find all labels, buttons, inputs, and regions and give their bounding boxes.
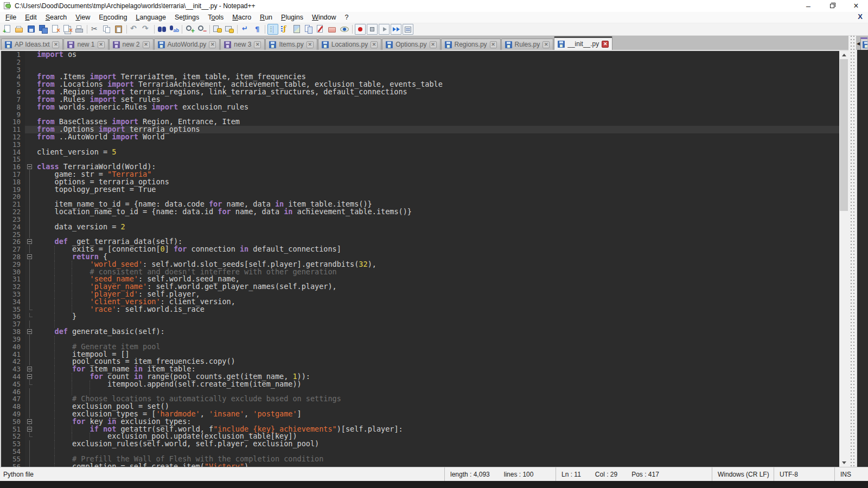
fold-margin[interactable] <box>25 118 35 126</box>
find-icon[interactable] <box>157 24 168 35</box>
fold-margin[interactable] <box>25 126 35 133</box>
fold-collapse-icon[interactable] <box>27 164 32 169</box>
fold-margin[interactable] <box>25 193 35 201</box>
redo-icon[interactable] <box>141 24 152 35</box>
copy-icon[interactable] <box>101 24 112 35</box>
fold-margin[interactable] <box>25 104 35 111</box>
menu-window[interactable]: Window <box>308 12 340 22</box>
tab-ap-ideas-txt[interactable]: AP Ideas.txt✕ <box>1 38 63 50</box>
tab-options-py[interactable]: Options.py✕ <box>382 38 440 50</box>
fold-margin[interactable] <box>25 426 35 433</box>
minimize-icon[interactable]: – <box>796 0 820 12</box>
menubar-close-document-icon[interactable]: X <box>858 12 863 21</box>
menu-plugins[interactable]: Plugins <box>277 12 308 22</box>
tab-regions-py[interactable]: Regions.py✕ <box>441 38 501 50</box>
fold-margin[interactable] <box>25 223 35 231</box>
menu-run[interactable]: Run <box>256 12 277 22</box>
fold-collapse-icon[interactable] <box>27 367 32 371</box>
fold-margin[interactable] <box>25 268 35 276</box>
status-encoding[interactable]: UTF-8 <box>774 467 834 481</box>
menu-tools[interactable]: Tools <box>203 12 228 22</box>
fold-collapse-icon[interactable] <box>27 419 32 424</box>
fold-collapse-icon[interactable] <box>27 427 32 432</box>
fold-margin[interactable] <box>25 253 35 261</box>
fold-margin[interactable] <box>25 448 35 455</box>
close-tab-icon[interactable]: ✕ <box>490 41 497 48</box>
fold-margin[interactable] <box>25 81 35 88</box>
fold-margin[interactable] <box>25 463 35 467</box>
fold-margin[interactable] <box>25 395 35 403</box>
fold-margin[interactable] <box>25 283 35 291</box>
word-wrap-icon[interactable] <box>240 24 251 35</box>
tab-autoworld-py[interactable]: AutoWorld.py✕ <box>154 38 220 50</box>
replace-icon[interactable] <box>169 24 180 35</box>
tab-items-py[interactable]: Items.py✕ <box>265 38 317 50</box>
close-tab-icon[interactable]: ✕ <box>98 41 105 48</box>
fold-collapse-icon[interactable] <box>27 374 32 379</box>
fold-margin[interactable] <box>25 66 35 74</box>
fold-margin[interactable] <box>25 320 35 328</box>
close-tab-icon[interactable]: ✕ <box>209 41 216 48</box>
close-tab-icon[interactable]: ✕ <box>143 41 150 48</box>
close-tab-icon[interactable]: ✕ <box>52 41 59 48</box>
fold-margin[interactable] <box>25 231 35 239</box>
fold-margin[interactable] <box>25 365 35 373</box>
fold-margin[interactable] <box>25 171 35 178</box>
document-map-icon[interactable] <box>291 24 302 35</box>
save-all-icon[interactable] <box>38 24 49 35</box>
fold-margin[interactable] <box>25 388 35 396</box>
fold-margin[interactable] <box>25 328 35 336</box>
edit-marker-icon[interactable] <box>315 24 326 35</box>
fold-margin[interactable] <box>25 261 35 268</box>
tab-new-2[interactable]: new 2✕ <box>109 38 154 50</box>
macro-stop-icon[interactable] <box>367 24 378 35</box>
fold-margin[interactable] <box>25 418 35 426</box>
indent-guide-icon[interactable] <box>267 24 278 35</box>
menu-file[interactable]: File <box>1 12 21 22</box>
open-folder-icon[interactable] <box>14 24 25 35</box>
fold-margin[interactable] <box>25 133 35 141</box>
fold-margin[interactable] <box>25 343 35 351</box>
menu-encoding[interactable]: Encoding <box>94 12 131 22</box>
document-list-icon[interactable] <box>303 24 314 35</box>
fold-margin[interactable] <box>25 88 35 96</box>
menu-macro[interactable]: Macro <box>228 12 256 22</box>
restore-icon[interactable] <box>820 0 844 12</box>
folder-as-workspace-icon[interactable] <box>327 24 338 35</box>
fold-collapse-icon[interactable] <box>27 329 32 334</box>
view2-editor-body[interactable] <box>856 50 868 467</box>
tab-new-1[interactable]: new 1✕ <box>63 38 108 50</box>
zoom-out-icon[interactable] <box>196 24 207 35</box>
scroll-down-icon[interactable] <box>839 459 848 467</box>
close-icon[interactable]: × <box>844 0 868 12</box>
fold-margin[interactable] <box>25 440 35 448</box>
macro-run-multiple-icon[interactable] <box>391 24 401 35</box>
function-list-icon[interactable] <box>279 24 290 35</box>
tab-scroll-left-icon[interactable]: ◀ <box>857 41 860 46</box>
save-icon[interactable] <box>26 24 37 35</box>
vertical-scrollbar[interactable] <box>839 51 848 467</box>
fold-margin[interactable] <box>25 216 35 223</box>
close-tab-icon[interactable]: ✕ <box>542 41 550 48</box>
new-document-icon[interactable] <box>2 24 13 35</box>
menu-view[interactable]: View <box>71 12 94 22</box>
fold-margin[interactable] <box>25 178 35 186</box>
close-tab-icon[interactable]: ✕ <box>307 41 314 48</box>
fold-margin[interactable] <box>25 455 35 463</box>
fold-margin[interactable] <box>25 141 35 149</box>
scrollbar-track[interactable] <box>839 59 848 459</box>
menu-settings[interactable]: Settings <box>170 12 203 22</box>
fold-margin[interactable] <box>25 313 35 320</box>
status-insert-mode[interactable]: INS <box>834 467 868 481</box>
status-eol-format[interactable]: Windows (CR LF) <box>712 467 774 481</box>
fold-collapse-icon[interactable] <box>27 254 32 259</box>
fold-margin[interactable] <box>25 201 35 208</box>
scrollbar-thumb[interactable] <box>840 59 848 211</box>
fold-margin[interactable] <box>25 246 35 253</box>
show-all-characters-icon[interactable] <box>252 24 263 35</box>
fold-margin[interactable] <box>25 59 35 66</box>
fold-margin[interactable] <box>25 381 35 388</box>
fold-margin[interactable] <box>25 351 35 358</box>
view-splitter[interactable] <box>848 36 856 467</box>
zoom-in-icon[interactable] <box>184 24 195 35</box>
